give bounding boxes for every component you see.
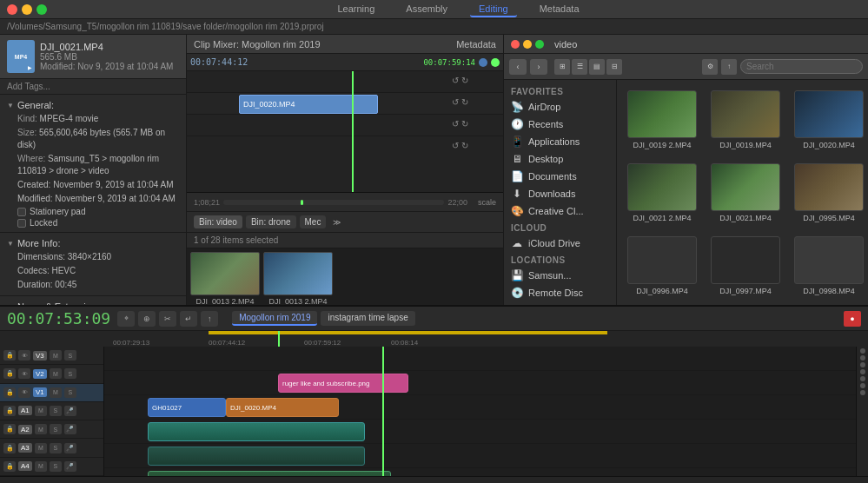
v1-s-btn[interactable]: S [64, 387, 76, 398]
file-item-dji0996[interactable]: DJI_0996.MP4 [624, 233, 700, 299]
v2-m-btn[interactable]: M [50, 368, 62, 379]
stationery-checkbox[interactable] [17, 208, 26, 216]
clip-dji0020[interactable]: DJI_0020.MP4 [226, 398, 339, 417]
file-item-dji0021-2[interactable]: DJI_0021 2.MP4 [624, 160, 700, 226]
v3-lock-btn[interactable]: 🔒 [3, 350, 16, 361]
file-item-dji0019[interactable]: DJI_0019.MP4 [707, 87, 784, 153]
sidebar-item-downloads[interactable]: ⬇ Downloads [504, 185, 616, 202]
clips-area[interactable]: DJI_0020.MP4 ↺ ↻ ↺ ↻ ↺ ↻ [187, 71, 503, 192]
file-item-dji0998[interactable]: DJI_0998.MP4 [791, 233, 867, 299]
a2-m-btn[interactable]: M [35, 424, 47, 434]
browser-search-input[interactable] [740, 59, 863, 74]
bin-tab-video[interactable]: Bin: video [194, 215, 242, 228]
gallery-view-btn[interactable]: ⊟ [606, 59, 622, 75]
sidebar-item-recents[interactable]: 🕐 Recents [504, 116, 616, 133]
sidebar-item-samsung[interactable]: 💾 Samsun... [504, 267, 616, 284]
file-item-dji0995[interactable]: DJI_0995.MP4 [791, 160, 867, 226]
clip-ruger[interactable]: ruger like and subscribe.png [278, 374, 408, 393]
tab-metadata[interactable]: Metadata [531, 2, 588, 17]
timeline-scrollbar[interactable] [0, 476, 868, 483]
general-header[interactable]: ▼ General: [7, 98, 179, 112]
add-tags-bar[interactable]: Add Tags... [0, 79, 186, 95]
timeline-content[interactable]: ruger like and subscribe.png GH01027 DJI… [104, 347, 868, 476]
column-view-btn[interactable]: ▤ [589, 59, 605, 75]
in-out-range [209, 331, 607, 334]
clip-gh01027[interactable]: GH01027 [148, 398, 226, 417]
browser-back-btn[interactable]: ‹ [509, 59, 527, 75]
clip-a2[interactable] [148, 447, 365, 466]
a1-s-btn[interactable]: S [50, 406, 62, 416]
tl-btn-snap[interactable]: ⌖ [117, 311, 135, 327]
v2-lock-btn[interactable]: 🔒 [3, 368, 16, 379]
v1-lock-btn[interactable]: 🔒 [3, 387, 16, 398]
v3-s-btn[interactable]: S [64, 350, 76, 361]
minimize-button[interactable] [22, 4, 32, 15]
browser-minimize[interactable] [523, 40, 532, 49]
a3-mic-btn[interactable]: 🎤 [64, 443, 76, 453]
file-item-dji0019-2[interactable]: DJI_0019 2.MP4 [624, 87, 700, 153]
file-item-dji0020[interactable]: DJI_0020.MP4 [791, 87, 867, 153]
file-item-dji0997[interactable]: DJI_0997.MP4 [707, 233, 784, 299]
v2-s-btn[interactable]: S [64, 368, 76, 379]
tab-learning[interactable]: Learning [328, 2, 383, 17]
tl-btn-razor[interactable]: ✂ [159, 311, 176, 327]
v1-eye-btn[interactable]: 👁 [18, 387, 30, 398]
sidebar-item-creative[interactable]: 🎨 Creative Cl... [504, 202, 616, 220]
a4-s-btn[interactable]: S [50, 461, 62, 472]
a3-s-btn[interactable]: S [50, 443, 62, 453]
rotate-left-icon[interactable]: ↺ [452, 76, 459, 85]
tab-editing[interactable]: Editing [470, 2, 517, 17]
browser-maximize[interactable] [535, 40, 544, 49]
close-button[interactable] [7, 4, 17, 15]
a4-lock-btn[interactable]: 🔒 [3, 461, 16, 472]
a4-mic-btn[interactable]: 🎤 [64, 461, 76, 472]
a1-lock-btn[interactable]: 🔒 [3, 406, 16, 416]
tl-btn-magnet[interactable]: ⊕ [138, 311, 156, 327]
v2-eye-btn[interactable]: 👁 [18, 368, 30, 379]
a3-m-btn[interactable]: M [35, 443, 47, 453]
sidebar-item-desktop[interactable]: 🖥 Desktop [504, 150, 616, 168]
bin-tab-drone[interactable]: Bin: drone [246, 215, 296, 228]
browser-forward-btn[interactable]: › [530, 59, 547, 75]
a1-m-btn[interactable]: M [35, 406, 47, 416]
more-bins-btn[interactable]: ≫ [333, 218, 341, 227]
more-info-header[interactable]: ▼ More Info: [7, 236, 179, 250]
share-btn[interactable]: ↑ [721, 59, 737, 75]
clip-a3[interactable] [148, 471, 391, 476]
tl-tab-mogollon[interactable]: Mogollon rim 2019 [232, 311, 317, 326]
tl-btn-lift[interactable]: ↑ [201, 311, 218, 327]
bin-tab-mec[interactable]: Mec [300, 215, 327, 228]
clip-dji0020[interactable]: DJI_0020.MP4 [239, 95, 378, 114]
clip-a1[interactable] [148, 422, 365, 441]
sidebar-item-documents[interactable]: 📄 Documents [504, 168, 616, 185]
sidebar-item-airdrop[interactable]: 📡 AirDrop [504, 98, 616, 116]
v1-m-btn[interactable]: M [50, 387, 62, 398]
timeline-scrubber[interactable] [223, 200, 444, 205]
file-item-dji0021[interactable]: DJI_0021.MP4 [707, 160, 784, 226]
tab-assembly[interactable]: Assembly [397, 2, 456, 17]
v3-settings-btn[interactable]: M [50, 350, 62, 361]
icon-view-btn[interactable]: ⊞ [554, 59, 570, 75]
sidebar-item-icloud[interactable]: ☁ iCloud Drive [504, 235, 616, 252]
browser-close[interactable] [511, 40, 520, 49]
sidebar-item-applications[interactable]: 📱 Applications [504, 133, 616, 150]
tl-btn-insert[interactable]: ↵ [180, 311, 197, 327]
v3-eye-btn[interactable]: 👁 [18, 350, 30, 361]
sort-btn[interactable]: ⚙ [702, 59, 718, 75]
a2-lock-btn[interactable]: 🔒 [3, 424, 16, 434]
rotate-right-icon[interactable]: ↻ [461, 76, 468, 85]
a2-mic-btn[interactable]: 🎤 [64, 424, 76, 434]
a2-s-btn[interactable]: S [50, 424, 62, 434]
tl-tab-instagram[interactable]: instagram time lapse [321, 311, 414, 326]
sidebar-item-remote[interactable]: 💿 Remote Disc [504, 284, 616, 301]
a4-m-btn[interactable]: M [35, 461, 47, 472]
record-btn[interactable]: ● [844, 311, 861, 327]
list-view-btn[interactable]: ☰ [572, 59, 587, 75]
a1-mic-btn[interactable]: 🎤 [64, 406, 76, 416]
a3-lock-btn[interactable]: 🔒 [3, 443, 16, 453]
nav-bar: Learning Assembly Editing Metadata [0, 0, 868, 19]
maximize-button[interactable] [36, 4, 47, 15]
locked-checkbox[interactable] [17, 219, 26, 228]
file-label-1: DJI_0019 2.MP4 [633, 141, 691, 149]
metadata-tab[interactable]: Metadata [456, 39, 496, 50]
